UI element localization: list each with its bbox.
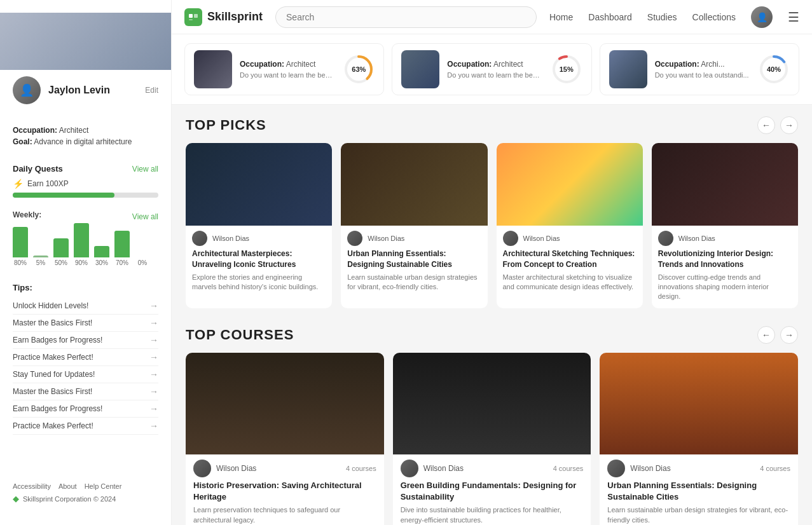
tip-arrow-icon: → (149, 386, 158, 397)
course-card[interactable]: Wilson Dias 4 courses Green Building Fun… (393, 353, 591, 525)
course-desc: Learn preservation techniques to safegua… (193, 505, 376, 525)
quest-label: Earn 100XP (27, 179, 69, 188)
tip-arrow-icon: → (149, 369, 158, 379)
bar-col: 0% (135, 257, 150, 266)
tips-title: Tips: (13, 283, 158, 292)
quest-item: ⚡ Earn 100XP (13, 179, 158, 189)
pick-info: Urban Planning Essentials: Designing Sus… (341, 249, 487, 298)
course-author: Wilson Dias (193, 460, 256, 477)
daily-quests-view-all[interactable]: View all (132, 165, 158, 174)
edit-button[interactable]: Edit (145, 86, 158, 95)
nav-dashboard[interactable]: Dashboard (588, 12, 632, 22)
occ-thumbnail (401, 50, 439, 88)
top-nav: Skillsprint Home Dashboard Studies Colle… (172, 0, 812, 34)
occ-title: Occupation: Archi... (655, 60, 750, 69)
pick-thumbnail (341, 143, 487, 226)
tip-arrow-icon: → (149, 404, 158, 414)
tip-item[interactable]: Practice Makes Perfect!→ (13, 418, 158, 435)
pick-author-avatar (503, 231, 518, 246)
top-courses-header: TOP COURSES ← → (186, 326, 798, 344)
tips-section: Tips: Unlock Hidden Levels!→Master the B… (0, 276, 171, 441)
bar-label: 50% (55, 259, 67, 266)
bar-rect (94, 246, 109, 257)
footer-link[interactable]: Accessibility (13, 482, 51, 490)
course-card[interactable]: Wilson Dias 4 courses Historic Preservat… (186, 353, 384, 525)
top-courses-prev[interactable]: ← (757, 326, 775, 344)
tip-label: Practice Makes Perfect! (13, 421, 93, 430)
pick-author-name: Wilson Dias (678, 235, 715, 242)
top-courses-title: TOP COURSES (186, 327, 294, 343)
occ-title: Occupation: Architect (240, 60, 335, 69)
pick-card[interactable]: Wilson Dias Revolutionizing Interior Des… (652, 143, 798, 308)
pick-author-avatar (347, 231, 362, 246)
nav-collections[interactable]: Collections (692, 12, 736, 22)
footer-link[interactable]: Help Center (85, 482, 122, 490)
sidebar-info: Occupation: Architect Goal: Advance in d… (0, 117, 171, 158)
pick-author-row: Wilson Dias (497, 226, 643, 249)
top-picks-arrows: ← → (757, 116, 798, 134)
bar-label: 5% (36, 259, 45, 266)
nav-home[interactable]: Home (549, 12, 573, 22)
occ-progress: 40% (758, 53, 790, 85)
svg-rect-2 (189, 19, 193, 20)
top-picks-next[interactable]: → (780, 116, 798, 134)
tip-item[interactable]: Earn Badges for Progress!→ (13, 400, 158, 418)
profile-row: 👤 Jaylon Levin Edit (0, 70, 171, 117)
tip-item[interactable]: Stay Tuned for Updates!→ (13, 366, 158, 383)
nav-avatar[interactable]: 👤 (751, 6, 773, 28)
profile-cover (0, 13, 171, 70)
top-picks-prev[interactable]: ← (757, 116, 775, 134)
course-thumbnail (186, 353, 384, 454)
tip-item[interactable]: Earn Badges for Progress!→ (13, 332, 158, 349)
nav-studies[interactable]: Studies (647, 12, 677, 22)
top-courses-next[interactable]: → (780, 326, 798, 344)
pick-author-avatar (658, 231, 673, 246)
pick-info: Revolutionizing Interior Design: Trends … (652, 249, 798, 308)
sidebar: 👤 Jaylon Levin Edit Occupation: Architec… (0, 0, 172, 525)
course-info: Green Building Fundamentals: Designing f… (393, 480, 591, 525)
course-count: 4 courses (346, 465, 376, 472)
bar-rect (74, 223, 89, 257)
course-info: Urban Planning Essentials: Designing Sus… (600, 480, 798, 525)
bar-rect (53, 238, 69, 257)
occupation-line: Occupation: Architect (13, 126, 158, 135)
occupation-card[interactable]: Occupation: Architect Do you want to lea… (184, 43, 384, 95)
pick-thumbnail (652, 143, 798, 226)
course-title: Green Building Fundamentals: Designing f… (401, 480, 584, 503)
search-bar[interactable] (275, 6, 537, 28)
pick-desc: Master architectural sketching to visual… (503, 273, 637, 292)
search-input[interactable] (275, 6, 537, 28)
course-avatar (401, 460, 418, 477)
pick-card[interactable]: Wilson Dias Architectural Sketching Tech… (497, 143, 643, 308)
pick-card[interactable]: Wilson Dias Urban Planning Essentials: D… (341, 143, 487, 308)
hamburger-menu[interactable]: ☰ (788, 10, 799, 25)
course-card[interactable]: Wilson Dias 4 courses Urban Planning Ess… (600, 353, 798, 525)
occ-info: Occupation: Architect Do you want to lea… (240, 60, 335, 79)
occupation-card[interactable]: Occupation: Architect Do you want to lea… (392, 43, 591, 95)
bar-label: 30% (95, 259, 108, 266)
occ-percent: 63% (343, 53, 375, 85)
tip-item[interactable]: Master the Basics First!→ (13, 315, 158, 332)
tip-label: Practice Makes Perfect! (13, 353, 93, 362)
weekly-view-all[interactable]: View all (132, 212, 158, 221)
pick-title: Urban Planning Essentials: Designing Sus… (347, 249, 481, 270)
quest-progress-fill (13, 193, 114, 198)
tip-label: Unlock Hidden Levels! (13, 301, 88, 310)
footer-logo-icon: ◆ (13, 494, 19, 503)
pick-card[interactable]: Wilson Dias Architectural Masterpieces: … (186, 143, 332, 308)
pick-title: Architectural Sketching Techniques: From… (503, 249, 637, 270)
bar-label: 70% (116, 259, 128, 266)
tip-item[interactable]: Unlock Hidden Levels!→ (13, 297, 158, 315)
tip-arrow-icon: → (149, 335, 158, 345)
bar-col: 80% (13, 227, 28, 266)
tip-item[interactable]: Master the Basics First!→ (13, 383, 158, 400)
daily-quests-section: Daily Quests View all ⚡ Earn 100XP (0, 158, 171, 204)
lightning-icon: ⚡ (13, 179, 24, 189)
footer-link[interactable]: About (58, 482, 77, 490)
course-desc: Learn sustainable urban design strategie… (607, 505, 790, 525)
occupation-card[interactable]: Occupation: Archi... Do you want to lea … (600, 43, 799, 95)
occ-info: Occupation: Archi... Do you want to lea … (655, 60, 750, 79)
tip-item[interactable]: Practice Makes Perfect!→ (13, 349, 158, 366)
top-courses-arrows: ← → (757, 326, 798, 344)
bar-col: 5% (33, 256, 48, 266)
